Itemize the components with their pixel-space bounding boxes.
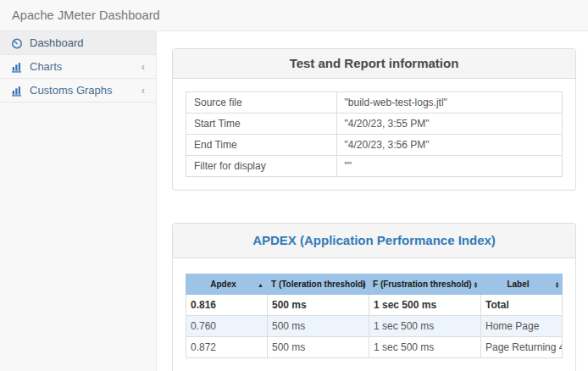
sidebar: Dashboard Charts ‹ Customs Graphs ‹ bbox=[0, 31, 157, 371]
label-value: Home Page bbox=[481, 316, 563, 337]
sort-icon: ▴▾ bbox=[556, 281, 558, 288]
info-label: Start Time bbox=[186, 114, 337, 135]
column-header-label: F (Frustration threshold) bbox=[373, 280, 472, 289]
apdex-table: Apdex ▲ T (Toleration threshold) ▴▾ F (F… bbox=[186, 274, 563, 358]
info-value: "" bbox=[336, 156, 562, 177]
sidebar-item-label: Dashboard bbox=[30, 36, 84, 49]
chevron-left-icon: ‹ bbox=[141, 85, 145, 96]
info-label: Source file bbox=[186, 92, 337, 114]
dashboard-icon bbox=[11, 37, 23, 49]
sidebar-item-customs-graphs[interactable]: Customs Graphs ‹ bbox=[0, 79, 156, 102]
table-row: Source file "build-web-test-logs.jtl" bbox=[186, 92, 563, 114]
chevron-left-icon: ‹ bbox=[141, 61, 145, 72]
app-title: Apache JMeter Dashboard bbox=[12, 8, 160, 22]
apdex-panel-heading: APDEX (Application Performance Index) bbox=[173, 224, 575, 258]
table-row-total: 0.816 500 ms 1 sec 500 ms Total bbox=[186, 295, 563, 316]
sort-icon: ▴▾ bbox=[474, 281, 477, 288]
bar-chart-icon bbox=[11, 61, 23, 73]
frustration-value: 1 sec 500 ms bbox=[369, 316, 481, 337]
apdex-value: 0.816 bbox=[186, 295, 268, 316]
column-header-apdex[interactable]: Apdex ▲ bbox=[186, 274, 268, 295]
apdex-panel-title[interactable]: APDEX (Application Performance Index) bbox=[252, 233, 496, 247]
toleration-value: 500 ms bbox=[268, 316, 369, 337]
table-row: Start Time "4/20/23, 3:55 PM" bbox=[186, 114, 563, 135]
apdex-panel: APDEX (Application Performance Index) Ap… bbox=[172, 223, 576, 371]
column-header-toleration[interactable]: T (Toleration threshold) ▴▾ bbox=[268, 274, 369, 295]
label-value: Page Returning 404 bbox=[481, 337, 563, 358]
sort-ascending-icon: ▲ bbox=[258, 281, 263, 287]
table-row: 0.760 500 ms 1 sec 500 ms Home Page bbox=[186, 316, 563, 337]
sidebar-item-dashboard[interactable]: Dashboard bbox=[0, 31, 156, 55]
test-info-table: Source file "build-web-test-logs.jtl" St… bbox=[186, 91, 563, 177]
toleration-value: 500 ms bbox=[268, 295, 369, 316]
apdex-value: 0.872 bbox=[186, 337, 268, 358]
column-header-label: T (Toleration threshold) bbox=[271, 280, 365, 289]
apdex-value: 0.760 bbox=[186, 316, 268, 337]
label-value: Total bbox=[481, 295, 563, 316]
info-value: "build-web-test-logs.jtl" bbox=[336, 92, 562, 114]
column-header-label: Apdex bbox=[210, 280, 236, 289]
table-row: End Time "4/20/23, 3:56 PM" bbox=[186, 135, 563, 156]
column-header-label-col[interactable]: Label ▴▾ bbox=[481, 274, 563, 295]
info-label: Filter for display bbox=[186, 156, 337, 177]
table-row: Filter for display "" bbox=[186, 156, 563, 177]
info-label: End Time bbox=[186, 135, 337, 156]
info-value: "4/20/23, 3:56 PM" bbox=[336, 135, 562, 156]
table-header-row: Apdex ▲ T (Toleration threshold) ▴▾ F (F… bbox=[186, 274, 563, 295]
table-row: 0.872 500 ms 1 sec 500 ms Page Returning… bbox=[186, 337, 563, 358]
column-header-frustration[interactable]: F (Frustration threshold) ▴▾ bbox=[369, 274, 481, 295]
toleration-value: 500 ms bbox=[268, 337, 369, 358]
bar-chart-icon bbox=[11, 85, 23, 97]
main-content: Test and Report information Source file … bbox=[157, 31, 588, 371]
info-value: "4/20/23, 3:55 PM" bbox=[336, 114, 562, 135]
test-info-panel-title: Test and Report information bbox=[290, 56, 459, 70]
column-header-label: Label bbox=[507, 280, 529, 289]
apdex-panel-body: Apdex ▲ T (Toleration threshold) ▴▾ F (F… bbox=[173, 258, 575, 371]
test-info-panel-body: Source file "build-web-test-logs.jtl" St… bbox=[173, 79, 575, 190]
top-navbar: Apache JMeter Dashboard bbox=[0, 0, 588, 31]
sidebar-item-charts[interactable]: Charts ‹ bbox=[0, 55, 156, 79]
sidebar-item-label: Customs Graphs bbox=[30, 84, 113, 97]
test-info-panel: Test and Report information Source file … bbox=[172, 48, 576, 191]
frustration-value: 1 sec 500 ms bbox=[369, 337, 481, 358]
sidebar-item-label: Charts bbox=[30, 60, 62, 73]
frustration-value: 1 sec 500 ms bbox=[369, 295, 481, 316]
test-info-panel-heading: Test and Report information bbox=[173, 49, 575, 79]
sort-icon: ▴▾ bbox=[363, 281, 365, 288]
